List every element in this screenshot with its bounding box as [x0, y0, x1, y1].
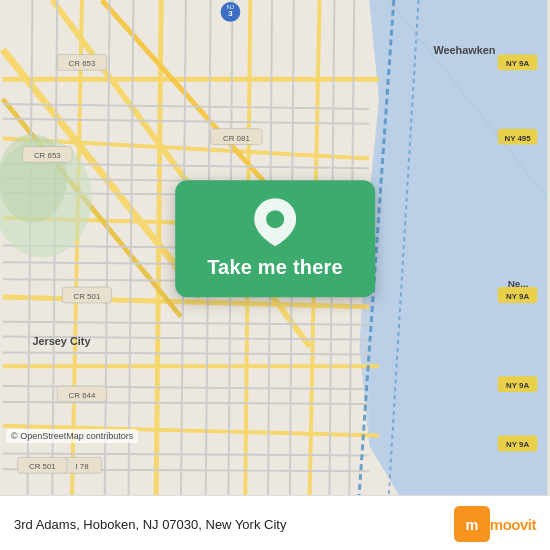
svg-text:NY 9A: NY 9A — [506, 59, 529, 68]
moovit-text: moovit — [490, 516, 536, 533]
take-me-there-button[interactable]: Take me there — [207, 256, 343, 279]
svg-text:NJ: NJ — [227, 4, 234, 10]
map-pin-icon — [251, 198, 299, 246]
bottom-bar: 3rd Adams, Hoboken, NJ 07030, New York C… — [0, 495, 550, 550]
svg-point-78 — [266, 210, 284, 228]
app: CR 653 CR 653 CR 501 CR 644 I 78 CR 501 … — [0, 0, 550, 550]
svg-text:I 78: I 78 — [75, 462, 89, 471]
moovit-logo-icon: m — [454, 506, 490, 542]
svg-text:Jersey City: Jersey City — [32, 335, 90, 347]
svg-text:CR 644: CR 644 — [69, 391, 96, 400]
moovit-logo: m moovit — [454, 506, 536, 542]
svg-text:CR 081: CR 081 — [223, 134, 250, 143]
svg-text:NY 9A: NY 9A — [506, 440, 529, 449]
svg-text:NY 9A: NY 9A — [506, 292, 529, 301]
svg-text:NY 495: NY 495 — [504, 134, 531, 143]
map-container[interactable]: CR 653 CR 653 CR 501 CR 644 I 78 CR 501 … — [0, 0, 550, 495]
svg-text:Weehawken: Weehawken — [433, 44, 495, 56]
svg-text:CR 653: CR 653 — [69, 59, 96, 68]
svg-text:m: m — [465, 517, 478, 533]
svg-text:CR 501: CR 501 — [73, 292, 100, 301]
location-label: 3rd Adams, Hoboken, NJ 07030, New York C… — [14, 517, 454, 532]
svg-text:Ne...: Ne... — [508, 278, 529, 289]
cta-card[interactable]: Take me there — [175, 180, 375, 297]
svg-text:CR 653: CR 653 — [34, 151, 61, 160]
osm-attribution: © OpenStreetMap contributors — [6, 429, 138, 443]
svg-text:CR 501: CR 501 — [29, 462, 56, 471]
svg-text:NY 9A: NY 9A — [506, 381, 529, 390]
svg-text:3: 3 — [228, 9, 233, 18]
